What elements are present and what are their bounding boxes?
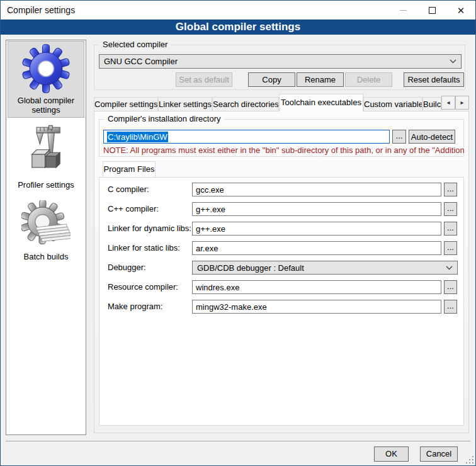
set-as-default-button[interactable]: Set as default	[176, 72, 232, 87]
selected-compiler-legend: Selected compiler	[99, 40, 171, 49]
debugger-label: Debugger:	[108, 263, 146, 272]
resource-compiler-label: Resource compiler:	[108, 282, 178, 292]
tab-scroll-right-icon: ▸	[460, 99, 463, 106]
close-button[interactable]: ✕	[446, 1, 475, 20]
gray-gear-builds-icon	[21, 200, 71, 249]
delete-button[interactable]: Delete	[345, 72, 392, 87]
installation-directory-value: C:\raylib\MinGW	[107, 132, 168, 142]
c-compiler-label: C compiler:	[108, 185, 149, 194]
maximize-icon	[429, 7, 436, 14]
linker-static-label: Linker for static libs:	[108, 243, 180, 253]
tab-scroll-left-icon: ◂	[446, 99, 450, 106]
tab-custom-variables[interactable]: Custom variables	[363, 97, 422, 111]
footer-divider	[6, 441, 470, 441]
minimize-button[interactable]	[388, 1, 417, 20]
linker-static-value: ar.exe	[196, 244, 218, 253]
linker-static-browse-button[interactable]: ...	[444, 241, 457, 255]
reset-defaults-button[interactable]: Reset defaults	[404, 72, 464, 87]
make-program-value: mingw32-make.exe	[196, 302, 267, 312]
tab-linker-settings[interactable]: Linker settings	[158, 97, 212, 111]
tab-scroll-left-button[interactable]: ◂	[441, 96, 455, 110]
cancel-button[interactable]: Cancel	[420, 446, 458, 462]
make-program-input[interactable]: mingw32-make.exe	[192, 300, 441, 314]
debugger-select-value: GDB/CDB debugger : Default	[197, 263, 446, 273]
c-compiler-value: gcc.exe	[196, 185, 224, 195]
sidebar-item-batch-builds[interactable]: Batch builds	[8, 196, 84, 266]
settings-category-list: Global compiler settings	[6, 40, 86, 435]
caliper-icon	[23, 125, 69, 178]
installation-directory-browse-button[interactable]: ...	[392, 130, 406, 144]
resource-compiler-input[interactable]: windres.exe	[192, 280, 441, 294]
debugger-select[interactable]: GDB/CDB debugger : Default	[192, 261, 458, 275]
resize-grip[interactable]	[466, 456, 473, 463]
sidebar-item-label: Profiler settings	[8, 180, 84, 190]
resource-compiler-browse-button[interactable]: ...	[444, 280, 457, 294]
tab-build-options-clipped[interactable]: Builc	[422, 97, 441, 111]
auto-detect-button[interactable]: Auto-detect	[409, 130, 455, 144]
tab-compiler-settings[interactable]: Compiler settings	[94, 97, 158, 111]
linker-dynamic-browse-button[interactable]: ...	[444, 222, 457, 236]
maximize-button[interactable]	[417, 1, 446, 20]
make-program-browse-button[interactable]: ...	[444, 300, 457, 314]
cpp-compiler-input[interactable]: g++.exe	[192, 202, 441, 216]
chevron-down-icon	[446, 266, 453, 270]
page-title: Global compiler settings	[1, 20, 475, 35]
window-title: Compiler settings	[7, 5, 75, 15]
ok-button[interactable]: OK	[374, 446, 409, 462]
installation-directory-legend: Compiler's installation directory	[105, 114, 224, 123]
tab-scroll-right-button[interactable]: ▸	[455, 96, 469, 110]
make-program-label: Make program:	[108, 302, 162, 311]
subtab-program-files[interactable]: Program Files	[103, 161, 156, 177]
cpp-compiler-label: C++ compiler:	[108, 204, 159, 213]
cpp-compiler-value: g++.exe	[196, 205, 225, 214]
compiler-select-value: GNU GCC Compiler	[104, 57, 450, 66]
c-compiler-browse-button[interactable]: ...	[444, 183, 457, 196]
close-icon: ✕	[457, 6, 465, 15]
rename-button[interactable]: Rename	[297, 72, 344, 87]
installation-directory-input[interactable]: C:\raylib\MinGW	[103, 130, 390, 144]
sidebar-item-label: Global compiler settings	[8, 96, 84, 115]
sidebar-item-label: Batch builds	[8, 252, 84, 261]
sidebar-item-global-compiler-settings[interactable]: Global compiler settings	[8, 41, 84, 118]
installation-directory-note: NOTE: All programs must exist either in …	[103, 145, 464, 155]
compiler-select[interactable]: GNU GCC Compiler	[99, 54, 462, 69]
blue-gear-icon	[21, 44, 71, 93]
linker-dynamic-label: Linker for dynamic libs:	[108, 224, 191, 233]
sidebar-item-profiler-settings[interactable]: Profiler settings	[8, 121, 84, 190]
linker-dynamic-input[interactable]: g++.exe	[192, 222, 441, 236]
cpp-compiler-browse-button[interactable]: ...	[444, 202, 457, 216]
compiler-settings-dialog: Compiler settings ✕ Global compiler sett…	[0, 0, 476, 466]
linker-dynamic-value: g++.exe	[196, 224, 225, 234]
minimize-icon	[400, 10, 407, 11]
copy-button[interactable]: Copy	[248, 72, 295, 87]
linker-static-input[interactable]: ar.exe	[192, 241, 441, 255]
tab-toolchain-executables[interactable]: Toolchain executables	[279, 94, 363, 111]
c-compiler-input[interactable]: gcc.exe	[192, 183, 441, 196]
chevron-down-icon	[450, 59, 456, 64]
resource-compiler-value: windres.exe	[196, 283, 239, 292]
tab-search-directories[interactable]: Search directories	[212, 97, 279, 111]
titlebar: Compiler settings ✕	[1, 1, 475, 20]
